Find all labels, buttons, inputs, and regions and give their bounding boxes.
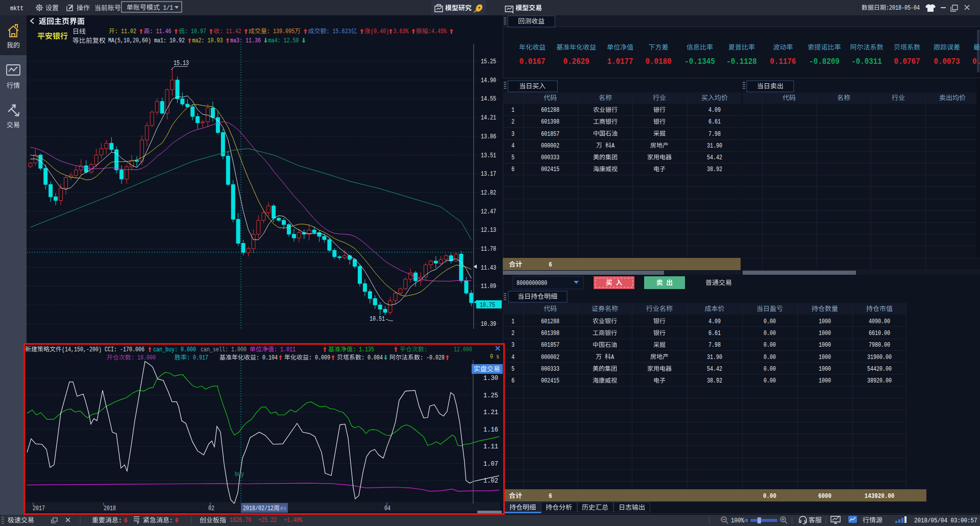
svg-text:12.13: 12.13 <box>481 227 496 234</box>
svg-text:1.21: 1.21 <box>483 409 498 416</box>
svg-text:1.25: 1.25 <box>483 392 498 399</box>
svg-text:14.55: 14.55 <box>481 95 496 103</box>
svg-text:13.86: 13.86 <box>481 133 496 140</box>
svg-text:1.16: 1.16 <box>483 426 498 434</box>
svg-text:12.47: 12.47 <box>481 208 496 216</box>
svg-text:14.90: 14.90 <box>481 77 496 84</box>
svg-text:10.75: 10.75 <box>480 302 495 309</box>
svg-text:10.39: 10.39 <box>481 321 496 328</box>
svg-text:13.51: 13.51 <box>481 152 496 159</box>
svg-text:1.30: 1.30 <box>483 374 498 382</box>
svg-text:11.43: 11.43 <box>481 265 496 272</box>
svg-text:13.17: 13.17 <box>481 171 496 178</box>
svg-text:11.78: 11.78 <box>481 246 496 253</box>
svg-text:14.21: 14.21 <box>481 114 496 122</box>
svg-text:15.13: 15.13 <box>174 60 189 67</box>
svg-text:15.25: 15.25 <box>481 58 496 65</box>
svg-text:1.11: 1.11 <box>483 443 498 450</box>
svg-text:1.07: 1.07 <box>483 460 498 468</box>
svg-text:12.82: 12.82 <box>481 189 496 197</box>
svg-text:11.09: 11.09 <box>481 283 496 290</box>
svg-text:1.02: 1.02 <box>483 477 498 485</box>
svg-text:10.51: 10.51 <box>370 316 385 323</box>
